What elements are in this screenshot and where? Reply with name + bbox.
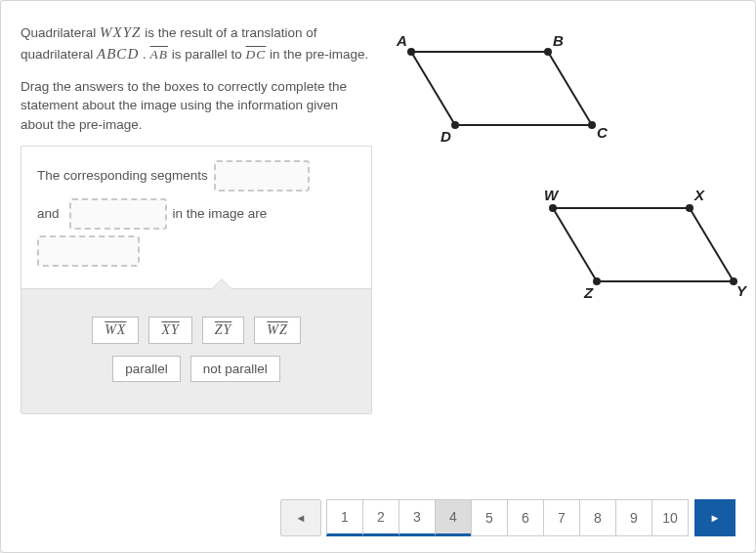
tile-row-2: parallel not parallel — [35, 356, 357, 382]
chevron-right-icon: ► — [710, 512, 721, 524]
tile-zy[interactable]: ZY — [202, 317, 245, 344]
page-label: 7 — [558, 510, 566, 526]
activity-panel: The corresponding segments and in the im… — [21, 146, 372, 414]
diagram-abcd: A B C D — [372, 22, 753, 169]
label-x: X — [693, 187, 705, 203]
left-column: Quadrilateral WXYZ is the result of a tr… — [21, 22, 372, 414]
label-y: Y — [736, 282, 748, 299]
dropzone-2[interactable] — [69, 198, 167, 230]
tile-label: not parallel — [203, 362, 268, 376]
page-label: 2 — [377, 509, 385, 525]
label-b: B — [553, 32, 564, 49]
label-a: A — [396, 32, 407, 49]
dropzone-3[interactable] — [37, 235, 140, 267]
page-10[interactable]: 10 — [651, 499, 689, 536]
tile-label: WX — [105, 322, 126, 337]
tile-row-1: WX XY ZY WZ — [35, 317, 357, 344]
prev-button[interactable]: ◄ — [280, 499, 321, 536]
svg-marker-0 — [411, 52, 592, 125]
page-3[interactable]: 3 — [399, 499, 436, 536]
page-label: 4 — [449, 509, 457, 525]
label-w: W — [544, 187, 560, 203]
label-c: C — [597, 124, 609, 141]
svg-point-4 — [451, 121, 459, 129]
tile-wz[interactable]: WZ — [254, 317, 300, 344]
prompt-paragraph-2: Drag the answers to the boxes to correct… — [21, 77, 372, 135]
label-z: Z — [583, 284, 594, 301]
next-button[interactable]: ► — [694, 499, 735, 536]
answer-bank: WX XY ZY WZ parallel not parallel — [21, 288, 371, 413]
tile-not-parallel[interactable]: not parallel — [190, 356, 280, 382]
svg-point-3 — [588, 121, 596, 129]
page-6[interactable]: 6 — [507, 499, 544, 536]
label-d: D — [441, 128, 451, 145]
page-label: 5 — [485, 510, 493, 526]
segment-ab: AB — [149, 47, 168, 62]
math-abcd: ABCD — [97, 46, 139, 62]
right-column: A B C D W X Y Z — [372, 22, 753, 414]
page-5[interactable]: 5 — [471, 499, 508, 536]
sentence-with-blanks: The corresponding segments and in the im… — [21, 147, 371, 288]
page-label: 6 — [522, 510, 529, 526]
tile-wx[interactable]: WX — [92, 317, 139, 344]
page-label: 1 — [341, 509, 349, 525]
page-label: 8 — [594, 510, 602, 526]
tile-label: XY — [161, 322, 179, 337]
prompt-text: is parallel to — [168, 47, 246, 62]
prompt-text: Quadrilateral — [21, 25, 100, 40]
segment-dc: DC — [246, 47, 267, 62]
tile-parallel[interactable]: parallel — [112, 356, 181, 382]
tile-label: ZY — [215, 322, 232, 337]
svg-point-2 — [544, 48, 552, 56]
svg-point-7 — [686, 204, 693, 212]
question-card: Quadrilateral WXYZ is the result of a tr… — [0, 0, 756, 553]
page-9[interactable]: 9 — [615, 499, 652, 536]
math-wxyz: WXYZ — [100, 24, 141, 40]
sentence-text: and — [37, 198, 60, 230]
prompt-text: in the pre-image. — [266, 47, 368, 62]
chevron-left-icon: ◄ — [296, 512, 307, 524]
page-label: 10 — [662, 510, 678, 526]
page-label: 3 — [413, 509, 421, 525]
content-area: Quadrilateral WXYZ is the result of a tr… — [1, 1, 755, 414]
page-1[interactable]: 1 — [326, 499, 363, 536]
tile-label: parallel — [125, 362, 168, 376]
page-4[interactable]: 4 — [435, 499, 472, 536]
svg-point-6 — [549, 204, 557, 212]
tile-label: WZ — [267, 322, 287, 337]
sentence-text: The corresponding segments — [37, 160, 208, 191]
svg-point-1 — [407, 48, 415, 56]
pagination: ◄ 1 2 3 4 5 6 7 8 9 10 ► — [281, 499, 735, 536]
sentence-text: in the image are — [173, 198, 268, 230]
page-label: 9 — [630, 510, 638, 526]
page-8[interactable]: 8 — [579, 499, 616, 536]
page-7[interactable]: 7 — [543, 499, 580, 536]
page-2[interactable]: 2 — [362, 499, 399, 536]
svg-marker-5 — [553, 208, 734, 281]
tile-xy[interactable]: XY — [148, 317, 191, 344]
prompt-paragraph-1: Quadrilateral WXYZ is the result of a tr… — [21, 22, 372, 65]
dropzone-1[interactable] — [214, 160, 310, 191]
diagram-wxyz: W X Y Z — [519, 179, 753, 325]
svg-point-9 — [593, 277, 601, 285]
prompt-text: . — [139, 47, 149, 62]
